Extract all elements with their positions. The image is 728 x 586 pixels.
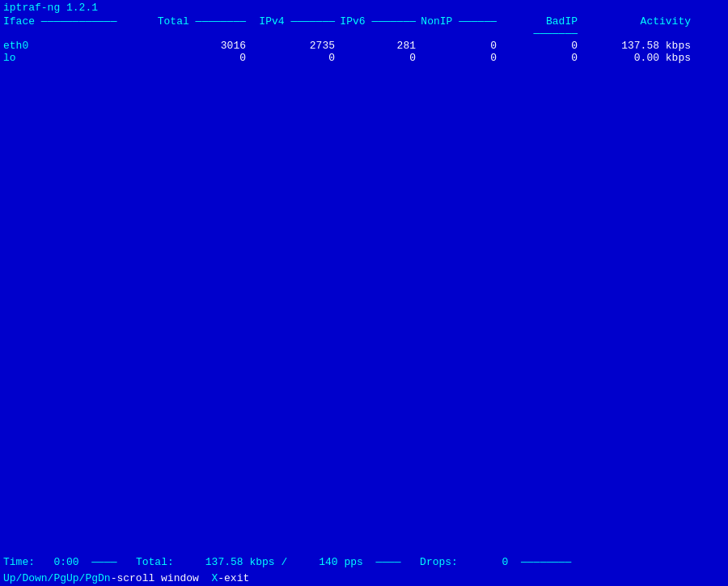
drops-label: Drops: <box>420 556 458 568</box>
cell-ipv4: 2735 <box>246 40 335 52</box>
cell-iface: lo <box>3 52 149 64</box>
status-bar: Time: 0:00 ———— Total: 137.58 kbps / 140… <box>0 554 728 570</box>
header-total: Total ———————— <box>149 15 246 40</box>
hotkeys-exit: -exit <box>218 572 249 584</box>
table-row: eth0 3016 2735 281 0 0 137.58 kbps <box>0 40 728 52</box>
cell-total: 3016 <box>149 40 246 52</box>
cell-ipv6: 0 <box>335 52 416 64</box>
cell-activity: 137.58 kbps <box>578 40 691 52</box>
cell-total: 0 <box>149 52 246 64</box>
cell-ipv6: 281 <box>335 40 416 52</box>
cell-nonip: 0 <box>416 40 497 52</box>
table-row: lo 0 0 0 0 0 0.00 kbps <box>0 52 728 64</box>
header-iface: Iface ———————————— <box>3 15 149 40</box>
total-value: 137.58 kbps / <box>205 556 287 568</box>
table-body: eth0 3016 2735 281 0 0 137.58 kbps lo 0 … <box>0 40 728 64</box>
cell-nonip: 0 <box>416 52 497 64</box>
app-title: iptraf-ng 1.2.1 <box>3 2 98 14</box>
header-activity: Activity <box>578 15 691 40</box>
title-bar: iptraf-ng 1.2.1 <box>0 0 728 15</box>
time-value: 0:00 <box>53 556 78 568</box>
header-ipv6: IPv6 ——————— <box>335 15 416 40</box>
cell-badip: 0 <box>497 52 578 64</box>
header-badip: BadIP ——————— <box>497 15 578 40</box>
cell-ipv4: 0 <box>246 52 335 64</box>
hotkeys-bar: Up/Down/PgUp/PgDn-scroll window X-exit <box>0 571 728 586</box>
header-ipv4: IPv4 ——————— <box>246 15 335 40</box>
terminal: iptraf-ng 1.2.1 Iface ———————————— Total… <box>0 0 728 586</box>
cell-iface: eth0 <box>3 40 149 52</box>
hotkeys-text: Up/Down/PgUp/PgDn-scroll window X-exit <box>3 572 249 584</box>
total-label: Total: <box>136 556 174 568</box>
drops-value: 0 <box>502 556 509 568</box>
header-nonip: NonIP —————— <box>416 15 497 40</box>
time-label: Time: <box>3 556 35 568</box>
pps-value: 140 pps <box>319 556 363 568</box>
hotkeys-scroll: -scroll window <box>111 572 212 584</box>
cell-badip: 0 <box>497 40 578 52</box>
cell-activity: 0.00 kbps <box>578 52 691 64</box>
table-header: Iface ———————————— Total ———————— IPv4 —… <box>0 15 728 40</box>
